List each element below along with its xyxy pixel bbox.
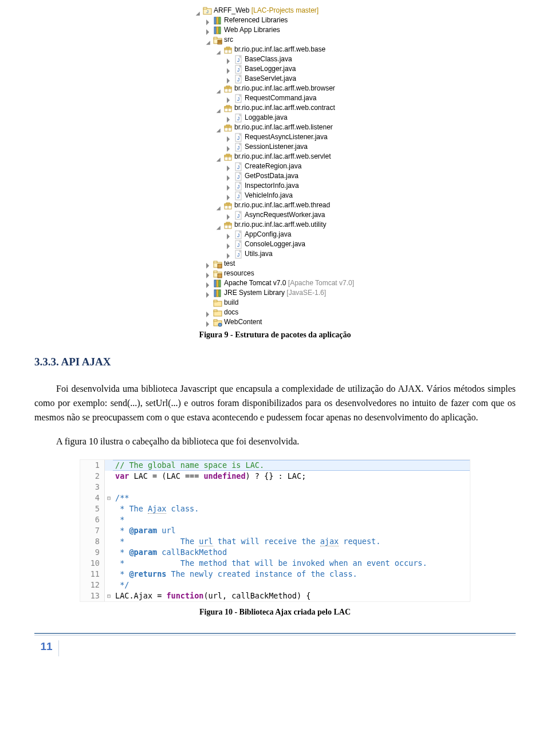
svg-text:J: J bbox=[237, 174, 240, 180]
expand-icon[interactable] bbox=[217, 203, 222, 208]
tree-row-package[interactable]: br.rio.puc.inf.lac.arff.web.contract bbox=[196, 103, 354, 113]
fold-gutter[interactable] bbox=[105, 482, 113, 493]
tree-row-java-file[interactable]: JSessionListener.java bbox=[196, 142, 354, 152]
expand-icon[interactable] bbox=[227, 144, 233, 150]
svg-rect-37 bbox=[226, 105, 230, 107]
expand-icon[interactable] bbox=[206, 37, 212, 43]
expand-icon[interactable] bbox=[227, 115, 233, 121]
expand-icon[interactable] bbox=[227, 135, 233, 140]
fold-gutter[interactable] bbox=[105, 580, 113, 590]
expand-icon[interactable] bbox=[227, 193, 233, 199]
tree-row-project[interactable]: J ARFF_Web [LAC-Projects master] bbox=[196, 6, 354, 15]
code-line: 9 * @param callBackMethod bbox=[80, 547, 470, 558]
expand-icon[interactable] bbox=[217, 47, 222, 53]
expand-icon[interactable] bbox=[217, 105, 222, 111]
tree-row-webcontent[interactable]: WebContent bbox=[196, 317, 354, 327]
expand-icon[interactable] bbox=[206, 18, 212, 23]
fold-gutter[interactable]: ⊟ bbox=[105, 590, 113, 601]
tree-row-java-file[interactable]: JBaseClass.java bbox=[196, 54, 354, 64]
fold-gutter[interactable] bbox=[105, 460, 113, 471]
svg-text:J: J bbox=[237, 242, 240, 248]
expand-icon[interactable] bbox=[217, 86, 222, 92]
tree-row-java-file[interactable]: JUtils.java bbox=[196, 249, 354, 259]
expand-icon[interactable] bbox=[217, 222, 222, 228]
java-file-icon: J bbox=[234, 55, 243, 64]
tree-row-docs[interactable]: docs bbox=[196, 308, 354, 317]
svg-rect-3 bbox=[214, 17, 216, 24]
tree-row-java-file[interactable]: JRequestCommand.java bbox=[196, 93, 354, 103]
svg-text:J: J bbox=[237, 57, 240, 63]
tree-row-java-file[interactable]: JLoggable.java bbox=[196, 113, 354, 123]
tree-row-java-file[interactable]: JRequestAsyncListener.java bbox=[196, 132, 354, 142]
tree-row-java-file[interactable]: JBaseLogger.java bbox=[196, 64, 354, 74]
expand-icon[interactable] bbox=[227, 242, 233, 247]
tree-row-package[interactable]: br.rio.puc.inf.lac.arff.web.thread bbox=[196, 200, 354, 210]
tree-row-ref-libs[interactable]: Referenced Libraries bbox=[196, 15, 354, 25]
tree-row-package[interactable]: br.rio.puc.inf.lac.arff.web.listener bbox=[196, 123, 354, 132]
tree-row-java-file[interactable]: JAsyncRequestWorker.java bbox=[196, 210, 354, 220]
expand-icon[interactable] bbox=[206, 320, 212, 325]
figure-9-caption: Figura 9 - Estrutura de pacotes da aplic… bbox=[34, 330, 516, 340]
library-icon bbox=[213, 26, 222, 35]
expand-icon[interactable] bbox=[217, 125, 222, 131]
svg-rect-17 bbox=[226, 47, 230, 48]
line-number: 5 bbox=[80, 503, 105, 514]
tree-row-java-file[interactable]: JBaseServlet.java bbox=[196, 74, 354, 84]
expand-icon[interactable] bbox=[206, 290, 212, 296]
expand-icon[interactable] bbox=[227, 164, 233, 170]
tree-row-resources[interactable]: resources bbox=[196, 269, 354, 278]
tree-row-package[interactable]: br.rio.puc.inf.lac.arff.web.browser bbox=[196, 84, 354, 93]
fold-gutter[interactable]: ⊟ bbox=[105, 493, 113, 503]
figure-10-caption: Figura 10 - Biblioteca Ajax criada pelo … bbox=[34, 608, 516, 617]
tree-row-jre[interactable]: JRE System Library [JavaSE-1.6] bbox=[196, 288, 354, 298]
tree-row-java-file[interactable]: JGetPostData.java bbox=[196, 171, 354, 181]
tree-row-package[interactable]: br.rio.puc.inf.lac.arff.web.utility bbox=[196, 220, 354, 230]
tree-row-src[interactable]: src bbox=[196, 35, 354, 45]
tree-label: br.rio.puc.inf.lac.arff.web.contract bbox=[234, 103, 335, 113]
svg-rect-89 bbox=[218, 264, 222, 268]
code-text: * The url that will receive the ajax req… bbox=[113, 536, 470, 547]
tree-row-package[interactable]: br.rio.puc.inf.lac.arff.web.base bbox=[196, 45, 354, 54]
java-file-icon: J bbox=[234, 113, 243, 123]
fold-gutter[interactable] bbox=[105, 525, 113, 536]
fold-gutter[interactable] bbox=[105, 536, 113, 547]
expand-icon[interactable] bbox=[227, 232, 233, 238]
tree-decoration: [JavaSE-1.6] bbox=[285, 288, 326, 298]
fold-gutter[interactable] bbox=[105, 558, 113, 569]
fold-gutter[interactable] bbox=[105, 514, 113, 525]
tree-row-java-file[interactable]: JCreateRegion.java bbox=[196, 162, 354, 171]
tree-row-webapp-libs[interactable]: Web App Libraries bbox=[196, 25, 354, 35]
expand-icon[interactable] bbox=[227, 76, 233, 82]
fold-gutter[interactable] bbox=[105, 471, 113, 482]
tree-decoration: [LAC-Projects master] bbox=[249, 6, 319, 15]
expand-icon[interactable] bbox=[227, 96, 233, 101]
fold-gutter[interactable] bbox=[105, 547, 113, 558]
tree-row-java-file[interactable]: JAppConfig.java bbox=[196, 230, 354, 239]
expand-icon[interactable] bbox=[196, 8, 202, 14]
svg-text:J: J bbox=[237, 145, 240, 151]
expand-icon[interactable] bbox=[227, 174, 233, 179]
expand-icon[interactable] bbox=[227, 57, 233, 62]
expand-icon[interactable] bbox=[206, 281, 212, 286]
expand-icon[interactable] bbox=[206, 271, 212, 277]
expand-icon[interactable] bbox=[217, 154, 222, 160]
tree-row-build[interactable]: build bbox=[196, 298, 354, 308]
expand-icon[interactable] bbox=[206, 310, 212, 316]
expand-icon[interactable] bbox=[227, 212, 233, 218]
expand-icon[interactable] bbox=[206, 261, 212, 267]
fold-gutter[interactable] bbox=[105, 569, 113, 580]
tree-label: BaseClass.java bbox=[245, 54, 292, 64]
tree-row-package[interactable]: br.rio.puc.inf.lac.arff.web.servlet bbox=[196, 152, 354, 162]
expand-icon[interactable] bbox=[227, 183, 233, 189]
expand-icon[interactable] bbox=[227, 66, 233, 72]
tree-row-java-file[interactable]: JInspectorInfo.java bbox=[196, 181, 354, 191]
expand-icon[interactable] bbox=[227, 251, 233, 257]
svg-text:J: J bbox=[237, 252, 240, 258]
tree-row-test[interactable]: test bbox=[196, 259, 354, 269]
fold-gutter[interactable] bbox=[105, 503, 113, 514]
tree-row-java-file[interactable]: JConsoleLogger.java bbox=[196, 239, 354, 249]
tree-row-java-file[interactable]: JVehicleInfo.java bbox=[196, 191, 354, 200]
expand-icon[interactable] bbox=[206, 27, 212, 33]
folder-icon bbox=[213, 318, 222, 327]
tree-row-tomcat[interactable]: Apache Tomcat v7.0 [Apache Tomcat v7.0] bbox=[196, 278, 354, 288]
